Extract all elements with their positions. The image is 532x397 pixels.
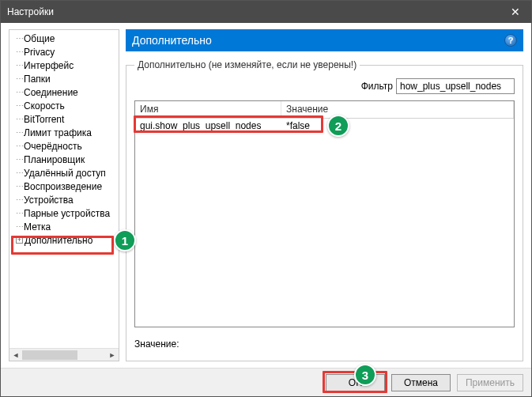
- tree-leaf-icon: ⋯: [16, 195, 23, 204]
- close-icon: ✕: [511, 6, 520, 18]
- sidebar-item-12[interactable]: ⋯Устройства: [11, 193, 117, 206]
- button-bar: OK Отмена Применить: [1, 368, 531, 396]
- sidebar-item-9[interactable]: ⋯Планировщик: [11, 153, 117, 166]
- sidebar-item-4[interactable]: ⋯Соединение: [11, 85, 117, 99]
- scroll-right-icon[interactable]: ►: [106, 349, 119, 361]
- tree-leaf-icon: ⋯: [16, 128, 23, 137]
- sidebar-item-label: Privacy: [24, 47, 55, 58]
- window-title: Настройки: [7, 6, 500, 17]
- settings-table[interactable]: Имя Значение gui.show_plus_upsell_nodes …: [134, 100, 515, 327]
- tree-leaf-icon: ⋯: [16, 115, 23, 123]
- group-legend: Дополнительно (не изменяйте, если не уве…: [134, 59, 360, 70]
- section-header: Дополнительно ?: [126, 29, 523, 51]
- sidebar-item-label: Лимит трафика: [24, 127, 92, 138]
- sidebar-scrollbar[interactable]: ◄ ►: [9, 348, 119, 361]
- sidebar-item-14[interactable]: ⋯Метка: [11, 220, 117, 233]
- value-label: Значение:: [134, 338, 179, 350]
- sidebar-item-label: Планировщик: [24, 154, 85, 165]
- sidebar-item-2[interactable]: ⋯Интерфейс: [11, 59, 117, 72]
- tree-leaf-icon: ⋯: [16, 74, 23, 83]
- apply-button[interactable]: Применить: [457, 374, 523, 391]
- sidebar-item-label: Соединение: [24, 87, 78, 98]
- col-header-name[interactable]: Имя: [135, 101, 281, 118]
- col-header-value[interactable]: Значение: [281, 101, 514, 118]
- ok-button[interactable]: OK: [326, 374, 385, 391]
- tree-leaf-icon: ⋯: [16, 155, 23, 164]
- sidebar-item-label: Воспроизведение: [24, 181, 102, 192]
- sidebar-item-7[interactable]: ⋯Лимит трафика: [11, 126, 117, 139]
- filter-input[interactable]: [396, 78, 515, 94]
- sidebar-item-6[interactable]: ⋯BitTorrent: [11, 112, 117, 126]
- sidebar-item-label: Дополнительно: [25, 235, 92, 246]
- help-icon[interactable]: ?: [504, 34, 517, 47]
- sidebar-item-label: Интерфейс: [24, 60, 74, 71]
- sidebar-item-label: Скорость: [24, 100, 65, 112]
- content-panel: Дополнительно ? Дополнительно (не изменя…: [126, 29, 523, 361]
- sidebar-item-label: BitTorrent: [24, 114, 64, 125]
- sidebar-item-label: Метка: [24, 221, 51, 233]
- sidebar-item-15[interactable]: +Дополнительно: [11, 233, 117, 247]
- settings-window: Настройки ✕ ⋯Общие⋯Privacy⋯Интерфейс⋯Пап…: [0, 0, 532, 397]
- expand-icon[interactable]: +: [16, 236, 23, 244]
- sidebar-item-label: Парные устройства: [24, 208, 110, 219]
- sidebar-item-1[interactable]: ⋯Privacy: [11, 45, 117, 59]
- tree-leaf-icon: ⋯: [16, 61, 23, 70]
- tree-leaf-icon: ⋯: [16, 142, 23, 150]
- cell-name: gui.show_plus_upsell_nodes: [135, 119, 281, 132]
- category-sidebar: ⋯Общие⋯Privacy⋯Интерфейс⋯Папки⋯Соединени…: [9, 29, 119, 361]
- tree-leaf-icon: ⋯: [16, 182, 23, 191]
- titlebar[interactable]: Настройки ✕: [1, 1, 531, 23]
- window-body: ⋯Общие⋯Privacy⋯Интерфейс⋯Папки⋯Соединени…: [1, 23, 531, 368]
- sidebar-item-label: Общие: [24, 33, 55, 44]
- tree-leaf-icon: ⋯: [16, 88, 23, 96]
- section-title: Дополнительно: [132, 34, 504, 47]
- sidebar-item-label: Удалённый доступ: [24, 168, 106, 179]
- sidebar-item-8[interactable]: ⋯Очерёдность: [11, 139, 117, 153]
- table-row[interactable]: gui.show_plus_upsell_nodes *false: [135, 119, 514, 133]
- tree-leaf-icon: ⋯: [16, 209, 23, 217]
- cell-value: *false: [281, 119, 514, 132]
- sidebar-item-13[interactable]: ⋯Парные устройства: [11, 206, 117, 220]
- sidebar-item-5[interactable]: ⋯Скорость: [11, 99, 117, 112]
- tree-leaf-icon: ⋯: [16, 101, 23, 110]
- sidebar-item-label: Папки: [24, 74, 51, 85]
- scroll-left-icon[interactable]: ◄: [9, 349, 22, 361]
- close-button[interactable]: ✕: [500, 1, 531, 23]
- sidebar-item-3[interactable]: ⋯Папки: [11, 72, 117, 85]
- sidebar-item-11[interactable]: ⋯Воспроизведение: [11, 180, 117, 193]
- sidebar-item-label: Устройства: [24, 195, 74, 206]
- sidebar-item-0[interactable]: ⋯Общие: [11, 32, 117, 45]
- cancel-button[interactable]: Отмена: [391, 374, 451, 391]
- tree-leaf-icon: ⋯: [16, 34, 23, 43]
- tree-leaf-icon: ⋯: [16, 47, 23, 56]
- tree-leaf-icon: ⋯: [16, 222, 23, 231]
- sidebar-item-10[interactable]: ⋯Удалённый доступ: [11, 166, 117, 180]
- filter-label: Фильтр: [361, 81, 393, 92]
- advanced-group: Дополнительно (не изменяйте, если не уве…: [126, 59, 523, 361]
- tree-leaf-icon: ⋯: [16, 168, 23, 177]
- sidebar-item-label: Очерёдность: [24, 141, 82, 152]
- scroll-thumb[interactable]: [22, 350, 77, 360]
